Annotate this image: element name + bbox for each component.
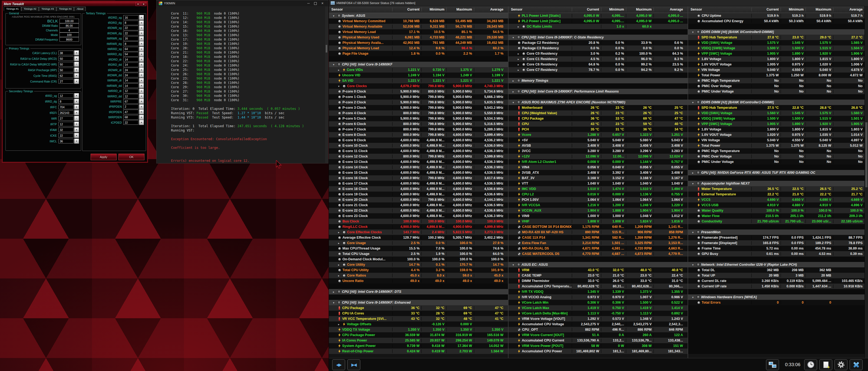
sensor-row[interactable]: CPU Uptime 519.9 h 519.3 h 519.9 h 519.7… (688, 13, 868, 19)
col-sensor[interactable]: Sensor (508, 7, 572, 11)
sensor-row[interactable]: P-core 5 Clock 5,900.0 MHz 799.8 MHz 5,9… (329, 116, 508, 121)
timing-value[interactable]: 14 (123, 78, 138, 83)
sensor-row[interactable]: E-core 21 Clock 4,600.0 MHz 4,498.9 M...… (329, 203, 508, 208)
sensor-row[interactable]: CPU 43 °C 23 °C 59 °C 40 °C (508, 121, 688, 127)
sensor-row[interactable] (508, 94, 688, 100)
expand-arrow-icon[interactable]: ▾ (692, 101, 697, 104)
sensor-row[interactable]: ▾ DDR5 DIMM [#2] [BANK 0/Controller1-DIM… (688, 100, 868, 105)
timing-value[interactable]: 16 (123, 36, 138, 41)
sensor-row[interactable]: CASE TEMP 23.0 °C 21.0 °C 23.0 °C 22.4 °… (508, 273, 688, 278)
sensor-row[interactable]: VIN4 0.056 V 0.040 V 0.056 V 0.055 V (508, 164, 688, 170)
dropdown-arrow-icon[interactable] (74, 127, 79, 132)
sensor-row[interactable]: PL1 Power Limit [Static] 4,095.0 W 4,095… (508, 13, 688, 19)
dropdown-arrow-icon[interactable] (74, 133, 79, 138)
sensor-row[interactable]: VDDQ TX Voltage 1.350 V 1.350 V 1.350 V … (329, 327, 508, 332)
dropdown-arrow-icon[interactable] (74, 50, 79, 56)
timing-value[interactable]: 12 (58, 122, 73, 126)
timing-value[interactable]: 262143 (58, 111, 73, 115)
sensor-row[interactable]: 3VCC 3.280 V 3.280 V 3.296 V 3.283 V (508, 148, 688, 154)
sensor-row[interactable]: +12V 12.096 V 12.00... 12.096 V 12.024 V (508, 154, 688, 159)
sensor-row[interactable]: Physical Memory Used 6,081 MB 4,733 MB 4… (329, 35, 508, 40)
col-minimum[interactable]: Minimum (781, 7, 806, 11)
sensor-row[interactable]: VIN9 1.000 V 1.000 V 1.048 V 1.012 V (508, 213, 688, 219)
sensor-row[interactable]: Accumulated CPU Temperatu... 80,402,628 … (508, 284, 688, 289)
expand-arrow-icon[interactable]: ▾ (692, 182, 697, 185)
sensor-row[interactable]: VTT 1.040 V 1.040 V 1.040 V 1.040 V (508, 181, 688, 186)
dropdown-arrow-icon[interactable] (139, 52, 144, 57)
sensor-row[interactable]: PCH 1.05V 1.064 V 1.064 V 1.064 V 1.064 … (508, 197, 688, 203)
sensor-row[interactable]: E-core 15 Clock 4,600.0 MHz 4,498.9 M...… (329, 170, 508, 175)
ok-button[interactable]: OK (119, 154, 145, 160)
timing-value[interactable]: 12 (123, 89, 138, 93)
sensor-row[interactable] (329, 284, 508, 289)
dropdown-arrow-icon[interactable] (74, 93, 79, 98)
expand-arrow-icon[interactable]: ▸ (338, 323, 343, 326)
sensor-row[interactable] (688, 305, 868, 311)
sensor-row[interactable]: E-core 22 Clock 4,600.0 MHz 4,498.9 M...… (329, 208, 508, 213)
sensor-row[interactable]: DIMM Thermistor 33.0 °C 26.0 °C 33.0 °C … (508, 278, 688, 284)
sensor-row[interactable]: SPD Hub Temperature 27.8 °C 23.0 °C 29.0… (688, 35, 868, 40)
sensor-row[interactable]: E-core 20 Clock 4,600.0 MHz 799.8 MHz 4,… (329, 197, 508, 203)
timing-value[interactable]: 14 (123, 57, 138, 62)
dropdown-arrow-icon[interactable] (74, 79, 79, 84)
timing-value[interactable]: 22 (123, 120, 138, 125)
sensor-row[interactable]: ▾ CPU [#0]: Intel Core i9-14900KF: C-Sta… (508, 35, 688, 40)
sensor-row[interactable]: P-core 6 Clock 800.0 MHz 799.8 MHz 5,900… (329, 121, 508, 127)
sensor-row[interactable]: VDDQ [SWB] Voltage 1.500 V 1.500 V 1.515… (688, 116, 868, 121)
dropdown-arrow-icon[interactable] (139, 36, 144, 41)
timing-value[interactable]: 47 (123, 110, 138, 114)
col-minimum[interactable]: Minimum (601, 7, 626, 11)
terminal-titlebar[interactable]: Y90MIN (157, 0, 328, 6)
sensor-row[interactable]: ▸ GPU [#0]: NVIDIA GeForce RTX 4090: ASU… (688, 170, 868, 175)
sensor-row[interactable]: Total Power 1.375 W 1.375 W 8.125 W 5.01… (688, 143, 868, 148)
sensor-row[interactable] (508, 29, 688, 35)
sensor-row[interactable]: Rest-of-Chip Power 0.424 W 0.419 W 2.703… (329, 348, 508, 354)
sensor-row[interactable] (329, 56, 508, 62)
expand-arrow-icon[interactable]: ▸ (518, 25, 522, 28)
sensor-row[interactable]: Water Temperature 26.5 °C 22.5 °C 26.5 °… (688, 186, 868, 192)
timing-value[interactable]: 22 (123, 31, 138, 35)
column-header-row[interactable]: Sensor Current Minimum Maximum Average (508, 6, 688, 13)
sensor-row[interactable]: E-core 16 Clock 4,600.0 MHz 799.8 MHz 4,… (329, 175, 508, 181)
sensor-row[interactable]: CASE BOTTOM 3X P14 BIONIX 1,175 RPM 640 … (508, 224, 688, 229)
sensor-row[interactable]: VRM 43.0 °C 32.0 °C 48.0 °C 40.8 °C (508, 267, 688, 273)
timing-value[interactable]: 16 (123, 15, 138, 20)
timing-value[interactable]: 50 (58, 56, 73, 61)
sensor-row[interactable]: Total UP 20 MB 3 MB 20 MB (688, 273, 868, 278)
sensor-row[interactable]: ▾ CPU [#0]: Intel Core i9-14900KF (329, 62, 508, 67)
col-average[interactable]: Average (474, 7, 505, 11)
expand-arrow-icon[interactable]: ▾ (692, 231, 697, 234)
sensor-row[interactable]: PMIC High Temperature No No No No (688, 78, 868, 83)
sensor-row[interactable]: E-core 11 Clock 4,600.0 MHz 4,498.9 M...… (329, 148, 508, 154)
sensor-row[interactable]: External Temperature 22.2 °C 21.0 °C 22.… (688, 192, 868, 197)
sensor-row[interactable]: Water Flow 210.5 l/h 205.1 l/h 211.2 l/h… (688, 213, 868, 219)
sensor-row[interactable]: VRM Vcore Voltage [VOUT] 1.292 V 0.573 V… (508, 316, 688, 321)
col-maximum[interactable]: Maximum (806, 7, 833, 11)
sensor-row[interactable]: VDD [SWA] Voltage 1.575 V 1.545 V 1.575 … (688, 40, 868, 45)
column-header-row[interactable]: Sensor Current Minimum Maximum Average (688, 6, 868, 13)
expand-arrow-icon[interactable]: ▸ (338, 242, 343, 245)
sensor-row[interactable]: E-core 12 Clock 800.0 MHz 799.8 MHz 4,60… (329, 154, 508, 159)
sensor-row[interactable]: IVR VCCIO Analog 0.973 V 0.970 V 1.007 V… (508, 295, 688, 300)
sensor-row[interactable]: AVSB 3.408 V 3.408 V 3.408 V 3.408 V (508, 143, 688, 148)
sensor-row[interactable]: 1.8V Voltage 1.800 V 1.800 V 1.815 V 1.8… (688, 127, 868, 132)
sensor-row[interactable]: PMIC Under Voltage No No No No (688, 89, 868, 94)
timing-value[interactable]: 32 (58, 127, 73, 132)
sensor-row[interactable] (688, 24, 868, 29)
sensor-row[interactable]: 1.8V Voltage 1.800 V 1.800 V 1.815 V 1.8… (688, 56, 868, 62)
sensor-row[interactable]: Uncore Ratio 49.0 x 49.0 x 49.0 x 49.0 x (329, 278, 508, 284)
sensor-row[interactable]: CPU Package 36 °C 33 °C 69 °C 47 °C (508, 116, 688, 121)
sensor-row[interactable]: SA VID 1.221 V 1.221 V 1.221 V 1.221 V (329, 78, 508, 83)
timing-value[interactable]: 2 (123, 104, 138, 109)
sensor-row[interactable]: MO-RA 420 8X NF-A20 HS 890 RPM 515 R... … (508, 229, 688, 235)
sensor-row[interactable]: VCC5 4.690 V 4.650 V 4.690 V 4.669 V (688, 197, 868, 203)
col-minimum[interactable]: Minimum (422, 7, 446, 11)
expand-arrow-icon[interactable]: ▾ (513, 101, 517, 104)
sensor-row[interactable]: CPU (Weighted Value) 26 °C 23 °C 26 °C 2… (508, 111, 688, 116)
sensor-row[interactable]: Virtual Memory Committed 10,768 MB 6,628… (329, 19, 508, 24)
sensor-row[interactable] (688, 332, 868, 338)
dropdown-arrow-icon[interactable] (139, 57, 144, 62)
sensor-row[interactable] (688, 164, 868, 170)
sensor-row[interactable]: VIN Voltage 5.040 V 4.550 V 5.040 V 4.87… (688, 67, 868, 72)
dropdown-arrow-icon[interactable] (139, 47, 144, 52)
